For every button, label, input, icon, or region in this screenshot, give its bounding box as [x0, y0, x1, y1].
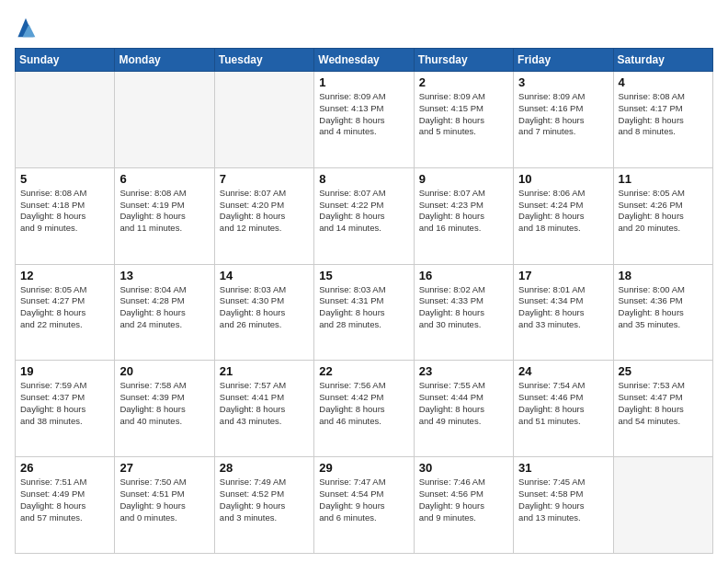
day-info: Sunrise: 8:05 AM Sunset: 4:26 PM Dayligh… — [619, 188, 708, 235]
calendar-cell: 22Sunrise: 7:56 AM Sunset: 4:42 PM Dayli… — [314, 361, 414, 457]
calendar-cell: 16Sunrise: 8:02 AM Sunset: 4:33 PM Dayli… — [414, 264, 513, 361]
day-info: Sunrise: 7:45 AM Sunset: 4:58 PM Dayligh… — [518, 477, 608, 523]
day-number: 16 — [419, 269, 508, 282]
calendar-cell: 5Sunrise: 8:08 AM Sunset: 4:18 PM Daylig… — [16, 167, 115, 264]
day-number: 10 — [518, 172, 608, 186]
header — [15, 15, 713, 40]
calendar-cell: 6Sunrise: 8:08 AM Sunset: 4:19 PM Daylig… — [115, 167, 214, 264]
day-number: 5 — [20, 172, 109, 186]
calendar-header-sunday: Sunday — [16, 49, 115, 72]
day-number: 12 — [20, 269, 109, 282]
calendar-cell: 11Sunrise: 8:05 AM Sunset: 4:26 PM Dayli… — [613, 167, 712, 264]
day-number: 24 — [518, 364, 608, 378]
day-info: Sunrise: 7:50 AM Sunset: 4:51 PM Dayligh… — [119, 477, 209, 523]
day-number: 21 — [220, 364, 309, 378]
logo-icon — [15, 15, 37, 40]
day-info: Sunrise: 7:49 AM Sunset: 4:52 PM Dayligh… — [220, 477, 309, 523]
calendar-week-3: 12Sunrise: 8:05 AM Sunset: 4:27 PM Dayli… — [16, 264, 713, 361]
day-info: Sunrise: 7:53 AM Sunset: 4:47 PM Dayligh… — [619, 380, 708, 427]
calendar-header-thursday: Thursday — [414, 49, 513, 72]
day-number: 3 — [518, 75, 608, 89]
day-info: Sunrise: 8:06 AM Sunset: 4:24 PM Dayligh… — [518, 188, 608, 235]
day-info: Sunrise: 8:04 AM Sunset: 4:28 PM Dayligh… — [119, 284, 209, 331]
day-number: 15 — [319, 269, 408, 282]
calendar-cell: 21Sunrise: 7:57 AM Sunset: 4:41 PM Dayli… — [214, 361, 313, 457]
calendar-cell: 24Sunrise: 7:54 AM Sunset: 4:46 PM Dayli… — [514, 361, 613, 457]
day-number: 14 — [220, 269, 309, 282]
day-info: Sunrise: 7:58 AM Sunset: 4:39 PM Dayligh… — [119, 380, 209, 427]
calendar-cell: 15Sunrise: 8:03 AM Sunset: 4:31 PM Dayli… — [314, 264, 414, 361]
day-info: Sunrise: 7:51 AM Sunset: 4:49 PM Dayligh… — [20, 477, 109, 523]
calendar-cell — [613, 457, 712, 554]
day-number: 11 — [619, 172, 708, 186]
calendar-cell: 17Sunrise: 8:01 AM Sunset: 4:34 PM Dayli… — [514, 264, 613, 361]
calendar-week-2: 5Sunrise: 8:08 AM Sunset: 4:18 PM Daylig… — [16, 167, 713, 264]
day-info: Sunrise: 8:07 AM Sunset: 4:20 PM Dayligh… — [220, 188, 309, 235]
day-info: Sunrise: 7:57 AM Sunset: 4:41 PM Dayligh… — [220, 380, 309, 427]
day-info: Sunrise: 8:03 AM Sunset: 4:31 PM Dayligh… — [319, 284, 408, 331]
calendar-cell: 14Sunrise: 8:03 AM Sunset: 4:30 PM Dayli… — [214, 264, 313, 361]
calendar-week-4: 19Sunrise: 7:59 AM Sunset: 4:37 PM Dayli… — [16, 361, 713, 457]
calendar-cell: 3Sunrise: 8:09 AM Sunset: 4:16 PM Daylig… — [514, 72, 613, 168]
calendar-cell: 28Sunrise: 7:49 AM Sunset: 4:52 PM Dayli… — [214, 457, 313, 554]
day-info: Sunrise: 8:07 AM Sunset: 4:22 PM Dayligh… — [319, 188, 408, 235]
calendar-header-row: SundayMondayTuesdayWednesdayThursdayFrid… — [16, 49, 713, 72]
day-info: Sunrise: 7:59 AM Sunset: 4:37 PM Dayligh… — [20, 380, 109, 427]
day-info: Sunrise: 8:05 AM Sunset: 4:27 PM Dayligh… — [20, 284, 109, 331]
day-number: 31 — [518, 461, 608, 475]
day-number: 4 — [619, 75, 708, 89]
calendar-week-5: 26Sunrise: 7:51 AM Sunset: 4:49 PM Dayli… — [16, 457, 713, 554]
day-number: 13 — [119, 269, 209, 282]
logo — [15, 15, 40, 40]
day-number: 2 — [419, 75, 508, 89]
day-info: Sunrise: 8:09 AM Sunset: 4:16 PM Dayligh… — [518, 91, 608, 138]
day-info: Sunrise: 7:56 AM Sunset: 4:42 PM Dayligh… — [319, 380, 408, 427]
calendar-cell — [214, 72, 313, 168]
day-info: Sunrise: 8:00 AM Sunset: 4:36 PM Dayligh… — [619, 284, 708, 331]
day-info: Sunrise: 8:01 AM Sunset: 4:34 PM Dayligh… — [518, 284, 608, 331]
calendar-cell: 8Sunrise: 8:07 AM Sunset: 4:22 PM Daylig… — [314, 167, 414, 264]
day-info: Sunrise: 8:07 AM Sunset: 4:23 PM Dayligh… — [419, 188, 508, 235]
day-info: Sunrise: 8:02 AM Sunset: 4:33 PM Dayligh… — [419, 284, 508, 331]
day-info: Sunrise: 8:08 AM Sunset: 4:18 PM Dayligh… — [20, 188, 109, 235]
day-number: 26 — [20, 461, 109, 475]
page: SundayMondayTuesdayWednesdayThursdayFrid… — [0, 0, 728, 563]
calendar-header-tuesday: Tuesday — [214, 49, 313, 72]
day-number: 1 — [319, 75, 408, 89]
day-info: Sunrise: 8:09 AM Sunset: 4:15 PM Dayligh… — [419, 91, 508, 138]
day-number: 27 — [119, 461, 209, 475]
day-number: 9 — [419, 172, 508, 186]
day-number: 29 — [319, 461, 408, 475]
calendar-cell: 29Sunrise: 7:47 AM Sunset: 4:54 PM Dayli… — [314, 457, 414, 554]
calendar-cell: 9Sunrise: 8:07 AM Sunset: 4:23 PM Daylig… — [414, 167, 513, 264]
calendar-cell: 13Sunrise: 8:04 AM Sunset: 4:28 PM Dayli… — [115, 264, 214, 361]
calendar-cell: 26Sunrise: 7:51 AM Sunset: 4:49 PM Dayli… — [16, 457, 115, 554]
calendar-cell: 23Sunrise: 7:55 AM Sunset: 4:44 PM Dayli… — [414, 361, 513, 457]
calendar-cell — [16, 72, 115, 168]
day-info: Sunrise: 8:03 AM Sunset: 4:30 PM Dayligh… — [220, 284, 309, 331]
calendar-cell — [115, 72, 214, 168]
calendar-cell: 20Sunrise: 7:58 AM Sunset: 4:39 PM Dayli… — [115, 361, 214, 457]
calendar-cell: 25Sunrise: 7:53 AM Sunset: 4:47 PM Dayli… — [613, 361, 712, 457]
calendar-week-1: 1Sunrise: 8:09 AM Sunset: 4:13 PM Daylig… — [16, 72, 713, 168]
calendar-cell: 10Sunrise: 8:06 AM Sunset: 4:24 PM Dayli… — [514, 167, 613, 264]
calendar-header-saturday: Saturday — [613, 49, 712, 72]
day-number: 7 — [220, 172, 309, 186]
day-number: 19 — [20, 364, 109, 378]
calendar-cell: 12Sunrise: 8:05 AM Sunset: 4:27 PM Dayli… — [16, 264, 115, 361]
day-info: Sunrise: 7:46 AM Sunset: 4:56 PM Dayligh… — [419, 477, 508, 523]
day-info: Sunrise: 7:47 AM Sunset: 4:54 PM Dayligh… — [319, 477, 408, 523]
day-number: 20 — [119, 364, 209, 378]
calendar-cell: 30Sunrise: 7:46 AM Sunset: 4:56 PM Dayli… — [414, 457, 513, 554]
day-number: 6 — [119, 172, 209, 186]
calendar-cell: 27Sunrise: 7:50 AM Sunset: 4:51 PM Dayli… — [115, 457, 214, 554]
calendar-cell: 7Sunrise: 8:07 AM Sunset: 4:20 PM Daylig… — [214, 167, 313, 264]
day-number: 23 — [419, 364, 508, 378]
day-number: 30 — [419, 461, 508, 475]
calendar-header-friday: Friday — [514, 49, 613, 72]
day-number: 18 — [619, 269, 708, 282]
calendar-table: SundayMondayTuesdayWednesdayThursdayFrid… — [15, 48, 713, 554]
day-number: 8 — [319, 172, 408, 186]
day-info: Sunrise: 7:54 AM Sunset: 4:46 PM Dayligh… — [518, 380, 608, 427]
calendar-cell: 31Sunrise: 7:45 AM Sunset: 4:58 PM Dayli… — [514, 457, 613, 554]
